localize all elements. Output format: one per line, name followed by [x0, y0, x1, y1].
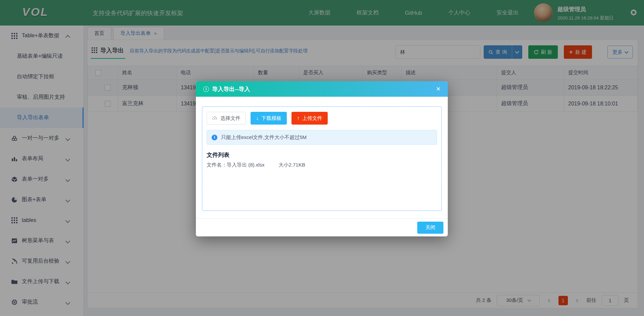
arrow-down-icon: ↓ — [256, 115, 259, 121]
import-modal: i 导入导出--导入 × 选择文件 ↓ 下载模板 ↑ — [196, 81, 448, 236]
info-filled-icon: i — [212, 135, 217, 140]
file-name: 文件名：导入导出 (8).xlsx — [207, 162, 265, 168]
modal-body: 选择文件 ↓ 下载模板 ↑ 上传文件 i 只能上传excel文件,文件大小不超过… — [196, 97, 448, 211]
app-root: VOL 支持业务代码扩展的快速开发框架 大屏数据 框架文档 GitHub 个人中… — [0, 0, 644, 316]
modal-title: i 导入导出--导入 — [203, 85, 250, 93]
file-buttons: 选择文件 ↓ 下载模板 ↑ 上传文件 — [207, 112, 437, 125]
modal-footer: 关闭 — [196, 218, 448, 236]
download-template-button[interactable]: ↓ 下载模板 — [251, 112, 287, 125]
modal-close-button[interactable]: 关闭 — [417, 222, 443, 234]
upload-file-label: 上传文件 — [302, 115, 322, 122]
download-template-label: 下载模板 — [261, 115, 281, 122]
file-list-item: 文件名：导入导出 (8).xlsx 大小2.71KB — [207, 162, 437, 168]
select-file-label: 选择文件 — [220, 115, 240, 122]
modal-title-text: 导入导出--导入 — [212, 85, 250, 93]
upload-cloud-icon — [212, 116, 218, 121]
modal-header: i 导入导出--导入 × — [196, 81, 448, 97]
file-size: 大小2.71KB — [279, 162, 305, 168]
select-file-button[interactable]: 选择文件 — [207, 112, 246, 125]
upload-dropzone: 选择文件 ↓ 下载模板 ↑ 上传文件 i 只能上传excel文件,文件大小不超过… — [202, 106, 442, 211]
upload-hint-text: 只能上传excel文件,文件大小不超过5M — [221, 134, 307, 141]
file-list-title: 文件列表 — [207, 151, 437, 159]
info-circle-icon: i — [203, 86, 209, 92]
modal-close-icon[interactable]: × — [436, 85, 440, 93]
upload-hint-alert: i 只能上传excel文件,文件大小不超过5M — [207, 130, 437, 145]
arrow-up-icon: ↑ — [297, 115, 300, 121]
upload-file-button[interactable]: ↑ 上传文件 — [291, 112, 328, 125]
